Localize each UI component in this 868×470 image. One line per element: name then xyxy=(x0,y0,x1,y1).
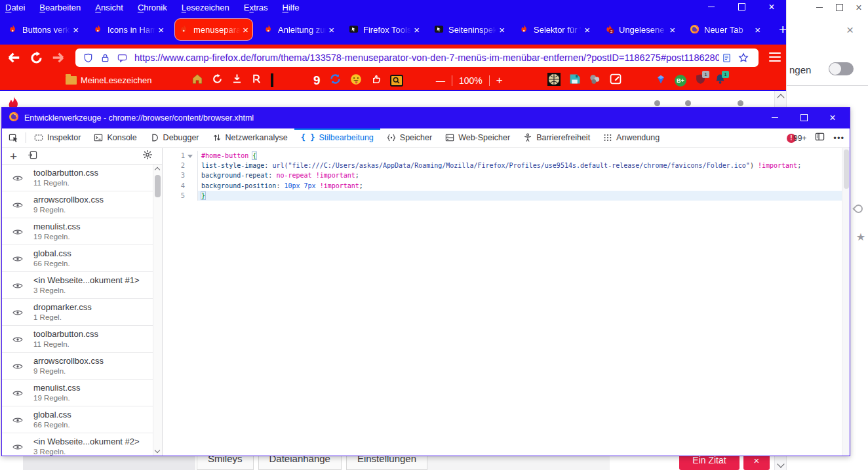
url-bar[interactable]: https://www.camp-firefox.de/forum/thema/… xyxy=(75,49,759,67)
tab-close-icon[interactable]: × xyxy=(499,25,505,35)
bookmarks-plus-icon[interactable]: B+ xyxy=(675,75,686,87)
sidebar-scrollbar[interactable] xyxy=(153,165,162,456)
browser-tab[interactable]: Buttons verkl× xyxy=(4,18,83,41)
maximize-icon[interactable] xyxy=(834,3,844,12)
browser-tab[interactable]: Anleitung zur× xyxy=(260,18,338,41)
code-text[interactable]: background-position: 10px 7px !important… xyxy=(198,181,850,191)
add-box-icon[interactable] xyxy=(271,75,273,87)
fold-arrow-icon[interactable] xyxy=(185,151,195,161)
menu-lesezeichen[interactable]: Lesezeichen xyxy=(182,3,229,12)
meatball-menu-icon[interactable]: ••• xyxy=(833,133,844,143)
tab-close-icon[interactable]: × xyxy=(414,25,420,35)
maximize-icon[interactable] xyxy=(799,113,809,123)
menu-datei[interactable]: Datei xyxy=(5,3,25,12)
code-text[interactable]: } xyxy=(198,191,850,201)
visibility-eye-icon[interactable] xyxy=(12,334,23,346)
menu-ansicht[interactable]: Ansicht xyxy=(95,3,123,12)
home-icon[interactable] xyxy=(191,73,203,87)
page-tab-dateianhänge[interactable]: Dateianhänge xyxy=(258,456,342,470)
gem-icon[interactable] xyxy=(656,74,666,87)
bookmark-star-icon[interactable] xyxy=(736,50,751,65)
page-tab-einstellungen[interactable]: Einstellungen xyxy=(346,456,427,470)
minimize-icon[interactable] xyxy=(770,113,780,123)
devtools-tab-debugger[interactable]: Debugger xyxy=(144,128,206,147)
visibility-eye-icon[interactable] xyxy=(12,173,23,185)
visibility-eye-icon[interactable] xyxy=(12,361,23,373)
code-line[interactable]: 4background-position: 10px 7px !importan… xyxy=(163,181,850,191)
tab-close-icon[interactable]: × xyxy=(584,25,590,35)
code-line[interactable]: 3background-repeat: no-repeat !important… xyxy=(163,170,850,180)
visibility-eye-icon[interactable] xyxy=(12,442,23,454)
browser-tab[interactable]: menuseparat× xyxy=(174,18,253,41)
visibility-eye-icon[interactable] xyxy=(12,227,23,239)
close-quote-button[interactable]: × xyxy=(743,456,770,470)
new-tab-button[interactable]: + xyxy=(779,22,787,37)
browser-tab[interactable]: 2Ungelesene B× xyxy=(601,18,679,41)
options-gear-icon[interactable] xyxy=(142,149,153,163)
url-text[interactable]: https://www.camp-firefox.de/forum/thema/… xyxy=(134,52,719,63)
code-text[interactable]: #home-button { xyxy=(198,151,850,161)
bookmark-folder[interactable]: MeineLesezeichen xyxy=(66,71,151,90)
counter-label[interactable]: 9 xyxy=(313,73,321,88)
stylesheet-item[interactable]: toolbarbutton.css11 Regeln. xyxy=(2,165,153,191)
stylesheet-item[interactable]: toolbarbutton.css11 Regeln. xyxy=(2,326,153,353)
code-text[interactable]: background-repeat: no-repeat !important; xyxy=(198,170,850,180)
search-box-icon[interactable] xyxy=(390,75,403,87)
devtools-titlebar[interactable]: Entwicklerwerkzeuge - chrome://browser/c… xyxy=(2,108,850,128)
scroll-down-icon[interactable] xyxy=(155,448,160,453)
shield-icon[interactable] xyxy=(81,50,95,65)
devtools-tab-inspektor[interactable]: Inspektor xyxy=(28,128,87,147)
edit-page-icon[interactable] xyxy=(609,73,622,87)
stylesheet-item[interactable]: menulist.css19 Regeln. xyxy=(2,218,153,245)
pick-element-icon[interactable] xyxy=(2,128,24,147)
tab-close-icon[interactable]: × xyxy=(243,25,248,35)
tab-close-icon[interactable]: × xyxy=(669,25,675,35)
menu-chronik[interactable]: Chronik xyxy=(138,3,167,12)
stylesheet-item[interactable]: dropmarker.css1 Regel. xyxy=(2,299,153,326)
visibility-eye-icon[interactable] xyxy=(12,415,23,427)
menu-extras[interactable]: Extras xyxy=(244,3,268,12)
tab-close-icon[interactable]: × xyxy=(755,25,760,35)
css-code-editor[interactable]: 1#home-button {2list-style-image: url("f… xyxy=(163,148,850,456)
scroll-up-icon[interactable] xyxy=(155,167,160,172)
stylesheet-item[interactable]: <in Webseite...okument #1>3 Regeln. xyxy=(2,272,153,299)
stylesheet-item[interactable]: arrowscrollbox.css9 Regeln. xyxy=(2,191,153,218)
scroll-down-icon[interactable] xyxy=(777,460,784,467)
visibility-eye-icon[interactable] xyxy=(12,200,23,212)
page-tab-smileys[interactable]: Smileys xyxy=(197,456,254,470)
stylesheet-item[interactable]: global.css66 Regeln. xyxy=(2,245,153,272)
code-text[interactable]: list-style-image: url("file:///C:/Users/… xyxy=(198,161,850,170)
reload-icon[interactable] xyxy=(28,49,45,66)
split-console-icon[interactable] xyxy=(815,132,825,144)
devtools-tab-barrierefreiheit[interactable]: Barrierefreiheit xyxy=(517,128,597,147)
tab-close-icon[interactable]: × xyxy=(328,25,334,35)
code-line[interactable]: 2list-style-image: url("file:///C:/Users… xyxy=(163,161,850,170)
permissions-icon[interactable] xyxy=(115,50,129,65)
menu-hamburger-icon[interactable] xyxy=(769,52,781,62)
floppy-icon[interactable] xyxy=(569,73,580,87)
menu-bearbeiten[interactable]: Bearbeiten xyxy=(39,3,81,12)
forward-icon[interactable] xyxy=(50,49,67,66)
code-line[interactable]: 1#home-button { xyxy=(163,151,850,161)
close-icon[interactable]: × xyxy=(827,113,838,123)
stylesheet-item[interactable]: <in Webseite...okument #2>3 Regeln. xyxy=(2,433,153,456)
smiley-icon[interactable] xyxy=(350,73,362,88)
shield-badge-icon[interactable]: 1 xyxy=(695,73,706,87)
devtools-tab-speicher[interactable]: Speicher xyxy=(380,128,439,147)
reader-mode-icon[interactable] xyxy=(719,50,734,65)
zoom-out-button[interactable]: — xyxy=(436,75,445,86)
browser-tab[interactable]: Icons in Ham× xyxy=(89,18,168,41)
globe-icon[interactable] xyxy=(547,73,561,88)
browser-tab[interactable]: Neuer Tab× xyxy=(686,18,764,41)
editor-scrollbar[interactable] xyxy=(842,148,850,456)
lock-icon[interactable] xyxy=(98,50,112,65)
reload-icon[interactable] xyxy=(212,73,223,87)
close-panel-icon[interactable]: × xyxy=(846,24,854,36)
devtools-tab-netzwerkanalyse[interactable]: Netzwerkanalyse xyxy=(206,128,294,147)
stylesheet-item[interactable]: global.css66 Regeln. xyxy=(2,406,153,433)
error-count-badge[interactable]: ! 99+ xyxy=(787,134,806,143)
minimize-icon[interactable] xyxy=(706,2,717,12)
restart-icon[interactable] xyxy=(251,73,262,87)
spheres-icon[interactable] xyxy=(589,73,601,88)
code-line[interactable]: 5} xyxy=(163,191,850,201)
